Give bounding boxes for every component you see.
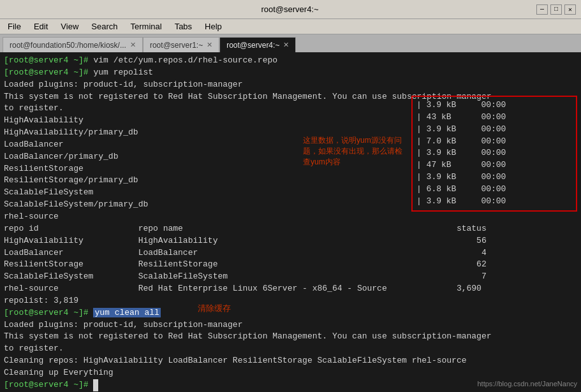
menu-file[interactable]: File	[3, 20, 26, 33]
menu-view[interactable]: View	[55, 20, 84, 33]
terminal-line: ResilientStorage ResilientStorage 62	[4, 259, 577, 271]
terminal-line: HighAvailability HighAvailability 56	[4, 235, 577, 247]
menu-edit[interactable]: Edit	[29, 20, 53, 33]
terminal-line: ScalableFileSystem ScalableFileSystem 7	[4, 271, 577, 283]
terminal-line: This system is not registered to Red Hat…	[4, 331, 577, 343]
title-bar: root@server4:~ — □ ✕	[0, 0, 581, 19]
menu-help[interactable]: Help	[200, 20, 227, 33]
tab-server4[interactable]: root@server4:~ ✕	[219, 37, 296, 52]
tab-server1[interactable]: root@server1:~ ✕	[143, 37, 219, 52]
tabs-bar: root@foundation50:/home/kiosk/... ✕ root…	[0, 34, 581, 52]
terminal-line: repo id repo name status	[4, 223, 577, 235]
close-button[interactable]: ✕	[564, 4, 576, 15]
terminal-line: Loaded plugins: product-id, subscription…	[4, 319, 577, 331]
tab-label: root@foundation50:/home/kiosk/...	[10, 41, 126, 50]
menu-terminal[interactable]: Terminal	[126, 20, 167, 33]
tab-close-icon[interactable]: ✕	[283, 41, 289, 49]
annotation-chinese-text: 这里数据，说明yum源没有问题，如果没有出现，那么请检查yum内容	[303, 135, 405, 167]
window-title: root@server4:~	[43, 4, 536, 14]
terminal-line: rhel-source Red Hat Enterprise Linux 6Se…	[4, 283, 577, 295]
window-controls[interactable]: — □ ✕	[536, 4, 576, 15]
tab-close-icon[interactable]: ✕	[207, 41, 212, 49]
terminal-line: repolist: 3,819	[4, 295, 577, 307]
terminal-line: to register.	[4, 343, 577, 355]
menu-tabs[interactable]: Tabs	[170, 20, 197, 33]
tab-close-icon[interactable]: ✕	[130, 41, 136, 49]
tab-foundation50[interactable]: root@foundation50:/home/kiosk/... ✕	[3, 37, 143, 52]
menu-search[interactable]: Search	[86, 20, 122, 33]
tab-label: root@server1:~	[150, 41, 203, 50]
terminal-area[interactable]: [root@server4 ~]# vim /etc/yum.repos.d/r…	[0, 52, 581, 392]
command-highlight: yum clean all	[93, 308, 160, 317]
terminal-line: Cleaning up Everything	[4, 367, 577, 379]
terminal-line: Loaded plugins: product-id, subscription…	[4, 79, 577, 91]
terminal-line: rhel-source	[4, 211, 577, 223]
maximize-button[interactable]: □	[550, 4, 562, 15]
annotation-clear-text: 清除缓存	[198, 303, 231, 315]
annotation-box: | 3.9 kB 00:00 | 43 kB 00:00 | 3.9 kB 00…	[411, 96, 577, 212]
tab-label: root@server4:~	[226, 41, 279, 50]
terminal-line: Cleaning repos: HighAvailability LoadBal…	[4, 355, 577, 367]
terminal-line: [root@server4 ~]# yum clean all	[4, 307, 577, 319]
minimize-button[interactable]: —	[536, 4, 548, 15]
terminal-line: [root@server4 ~]# vim /etc/yum.repos.d/r…	[4, 55, 577, 67]
watermark: https://blog.csdn.net/JaneNancy	[477, 379, 577, 389]
terminal-line: LoadBalancer LoadBalancer 4	[4, 247, 577, 259]
terminal-line: [root@server4 ~]# yum repolist	[4, 67, 577, 79]
size-data-line: | 3.9 kB 00:00 | 43 kB 00:00 | 3.9 kB 00…	[416, 99, 572, 208]
menu-bar: File Edit View Search Terminal Tabs Help	[0, 19, 581, 34]
